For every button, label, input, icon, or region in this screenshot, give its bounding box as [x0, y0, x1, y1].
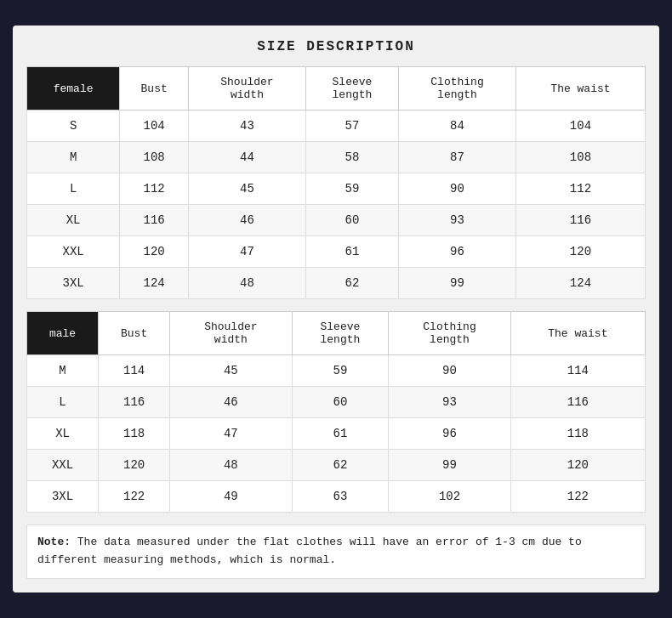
size-description-container: SIZE DESCRIPTION female Bust Shoulderwid… [13, 26, 659, 592]
sleeve-cell: 60 [305, 205, 398, 236]
shoulder-cell: 48 [170, 450, 292, 481]
bust-cell: 116 [99, 387, 170, 418]
bust-cell: 124 [120, 268, 189, 299]
sleeve-cell: 59 [292, 355, 389, 387]
female-col-shoulder: Shoulderwidth [189, 67, 306, 111]
size-cell: XXL [27, 450, 99, 481]
size-cell: S [27, 111, 120, 142]
table-row: 3XL 122 49 63 102 122 [27, 481, 646, 513]
shoulder-cell: 46 [170, 387, 292, 418]
sleeve-cell: 60 [292, 387, 389, 418]
sleeve-cell: 61 [292, 418, 389, 450]
female-table-wrapper: female Bust Shoulderwidth Sleevelength C… [26, 66, 646, 299]
note-text: The data measured under the flat clothes… [37, 536, 582, 566]
shoulder-cell: 46 [189, 205, 306, 236]
table-row: 3XL 124 48 62 99 124 [27, 268, 646, 299]
female-col-sleeve: Sleevelength [305, 67, 398, 111]
waist-cell: 116 [515, 205, 645, 236]
waist-cell: 120 [510, 450, 645, 481]
waist-cell: 112 [515, 173, 645, 205]
waist-cell: 122 [510, 481, 645, 513]
table-row: L 116 46 60 93 116 [27, 387, 646, 418]
sleeve-cell: 62 [305, 268, 398, 299]
waist-cell: 118 [510, 418, 645, 450]
waist-cell: 116 [510, 387, 645, 418]
clothing-cell: 93 [389, 387, 510, 418]
size-cell: 3XL [27, 481, 99, 513]
clothing-cell: 99 [399, 268, 516, 299]
male-table-wrapper: male Bust Shoulderwidth Sleevelength Clo… [26, 311, 646, 513]
bust-cell: 120 [99, 450, 170, 481]
waist-cell: 124 [515, 268, 645, 299]
shoulder-cell: 47 [189, 236, 306, 268]
shoulder-cell: 43 [189, 111, 306, 142]
table-row: XL 116 46 60 93 116 [27, 205, 646, 236]
clothing-cell: 90 [399, 173, 516, 205]
size-cell: XL [27, 418, 99, 450]
male-col-clothing: Clothinglength [389, 312, 510, 355]
female-col-bust: Bust [120, 67, 189, 111]
shoulder-cell: 45 [170, 355, 292, 387]
shoulder-cell: 44 [189, 142, 306, 173]
bust-cell: 104 [120, 111, 189, 142]
bust-cell: 114 [99, 355, 170, 387]
size-cell: XXL [27, 236, 120, 268]
sleeve-cell: 58 [305, 142, 398, 173]
table-row: XXL 120 48 62 99 120 [27, 450, 646, 481]
male-col-shoulder: Shoulderwidth [170, 312, 292, 355]
sleeve-cell: 62 [292, 450, 389, 481]
size-cell: 3XL [27, 268, 120, 299]
clothing-cell: 99 [389, 450, 510, 481]
bust-cell: 120 [120, 236, 189, 268]
table-row: XXL 120 47 61 96 120 [27, 236, 646, 268]
shoulder-cell: 45 [189, 173, 306, 205]
clothing-cell: 102 [389, 481, 510, 513]
sleeve-cell: 61 [305, 236, 398, 268]
table-row: XL 118 47 61 96 118 [27, 418, 646, 450]
bust-cell: 112 [120, 173, 189, 205]
clothing-cell: 84 [399, 111, 516, 142]
clothing-cell: 90 [389, 355, 510, 387]
shoulder-cell: 48 [189, 268, 306, 299]
note-box: Note: The data measured under the flat c… [26, 524, 646, 579]
clothing-cell: 93 [399, 205, 516, 236]
page-title: SIZE DESCRIPTION [26, 39, 646, 54]
size-cell: M [27, 355, 99, 387]
size-cell: L [27, 173, 120, 205]
table-row: M 108 44 58 87 108 [27, 142, 646, 173]
male-col-sleeve: Sleevelength [292, 312, 389, 355]
table-row: M 114 45 59 90 114 [27, 355, 646, 387]
bust-cell: 108 [120, 142, 189, 173]
size-cell: XL [27, 205, 120, 236]
sleeve-cell: 57 [305, 111, 398, 142]
shoulder-cell: 49 [170, 481, 292, 513]
female-table: female Bust Shoulderwidth Sleevelength C… [26, 66, 646, 299]
male-col-waist: The waist [510, 312, 645, 355]
waist-cell: 108 [515, 142, 645, 173]
bust-cell: 118 [99, 418, 170, 450]
size-cell: L [27, 387, 99, 418]
female-col-clothing: Clothinglength [399, 67, 516, 111]
waist-cell: 114 [510, 355, 645, 387]
sleeve-cell: 63 [292, 481, 389, 513]
waist-cell: 120 [515, 236, 645, 268]
table-row: L 112 45 59 90 112 [27, 173, 646, 205]
clothing-cell: 87 [399, 142, 516, 173]
clothing-cell: 96 [399, 236, 516, 268]
sleeve-cell: 59 [305, 173, 398, 205]
female-header-label: female [27, 67, 120, 111]
clothing-cell: 96 [389, 418, 510, 450]
size-cell: M [27, 142, 120, 173]
male-table: male Bust Shoulderwidth Sleevelength Clo… [26, 311, 646, 513]
male-header-label: male [27, 312, 99, 355]
shoulder-cell: 47 [170, 418, 292, 450]
bust-cell: 116 [120, 205, 189, 236]
waist-cell: 104 [515, 111, 645, 142]
male-col-bust: Bust [99, 312, 170, 355]
table-row: S 104 43 57 84 104 [27, 111, 646, 142]
bust-cell: 122 [99, 481, 170, 513]
note-label: Note: [37, 536, 71, 548]
female-col-waist: The waist [515, 67, 645, 111]
